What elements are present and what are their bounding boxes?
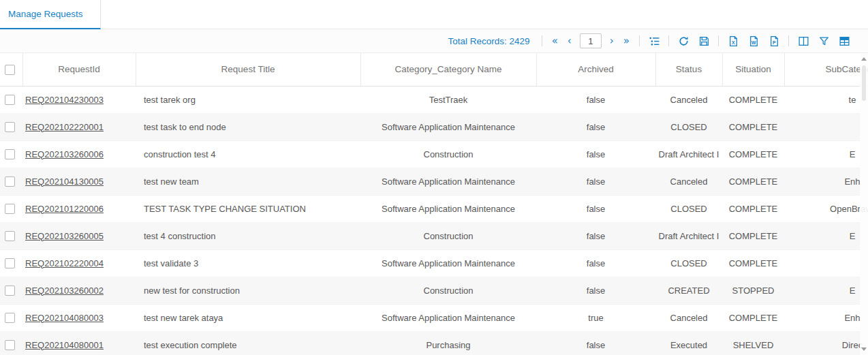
- table-row: REQ202103260006 construction test 4 Cons…: [0, 140, 868, 168]
- request-title-cell: new test for construction: [136, 277, 360, 304]
- row-checkbox[interactable]: [5, 340, 15, 350]
- request-title-cell: test task to end node: [136, 113, 360, 140]
- grid-view-icon[interactable]: [838, 35, 850, 47]
- row-checkbox[interactable]: [5, 258, 15, 268]
- request-title-cell: test validate 3: [136, 249, 360, 277]
- svg-text:X: X: [731, 40, 734, 44]
- request-id-link[interactable]: REQ202104230003: [25, 95, 104, 105]
- table-row: REQ202104080003 test new tarek ataya Sof…: [0, 304, 868, 331]
- row-checkbox[interactable]: [5, 231, 15, 241]
- status-cell: CLOSED: [655, 113, 722, 140]
- archived-cell: false: [536, 222, 655, 249]
- request-id-link[interactable]: REQ202104080001: [25, 340, 104, 350]
- request-id-link[interactable]: REQ202103260006: [25, 149, 104, 159]
- situation-cell: COMPLETE: [722, 249, 784, 277]
- prev-page-button[interactable]: ‹: [566, 36, 573, 46]
- table-row: REQ202102220001 test task to end node So…: [0, 113, 868, 140]
- request-title-cell: construction test 4: [136, 140, 360, 168]
- row-select-cell: [0, 331, 22, 355]
- subcategory-cell: E: [784, 222, 868, 249]
- archived-cell: false: [536, 331, 655, 355]
- archived-cell: false: [536, 249, 655, 277]
- toolbar-divider: [668, 35, 669, 46]
- refresh-icon[interactable]: [677, 35, 689, 47]
- column-header-subcategory[interactable]: SubCategory: [784, 53, 868, 86]
- request-id-link[interactable]: REQ202101220006: [25, 204, 104, 214]
- scroll-up-icon[interactable]: [861, 57, 867, 61]
- excel-export-icon[interactable]: X: [727, 35, 739, 47]
- row-checkbox[interactable]: [5, 285, 15, 296]
- header-row: RequestIdRequest TitleCategory_Category …: [0, 53, 868, 86]
- situation-cell: COMPLETE: [722, 86, 784, 113]
- column-header-status[interactable]: Status: [655, 53, 722, 86]
- request-id-link[interactable]: REQ202104080003: [25, 313, 104, 323]
- request-id-cell: REQ202103260005: [22, 222, 136, 249]
- row-checkbox[interactable]: [5, 149, 15, 159]
- tab-label: Manage Requests: [8, 9, 83, 19]
- row-checkbox[interactable]: [5, 122, 15, 132]
- category-cell: Software Application Maintenance: [360, 195, 536, 222]
- row-checkbox[interactable]: [5, 176, 15, 187]
- next-page-button[interactable]: ›: [608, 36, 615, 46]
- vertical-scrollbar[interactable]: [860, 53, 868, 355]
- filter-icon[interactable]: [818, 35, 830, 47]
- status-cell: Canceled: [655, 304, 722, 331]
- table-row: REQ202103260002 new test for constructio…: [0, 277, 868, 304]
- subcategory-cell: Direc: [784, 331, 868, 355]
- category-cell: TestTraek: [360, 86, 536, 113]
- archived-cell: false: [536, 277, 655, 304]
- category-cell: Software Application Maintenance: [360, 168, 536, 195]
- outline-icon[interactable]: [648, 35, 660, 47]
- column-header-archived[interactable]: Archived: [536, 53, 655, 86]
- pdf-export-icon[interactable]: P: [768, 35, 780, 47]
- row-select-cell: [0, 140, 22, 168]
- row-checkbox[interactable]: [5, 95, 15, 105]
- category-cell: Construction: [360, 140, 536, 168]
- toolbar-divider: [542, 35, 542, 46]
- save-icon[interactable]: [698, 35, 710, 47]
- request-id-cell: REQ202104230003: [22, 86, 136, 113]
- svg-text:W: W: [751, 40, 756, 44]
- archived-cell: false: [536, 195, 655, 222]
- archived-cell: false: [536, 140, 655, 168]
- word-export-icon[interactable]: W: [747, 35, 760, 47]
- total-records-label: Total Records: 2429: [448, 36, 530, 46]
- last-page-button[interactable]: »: [622, 36, 631, 46]
- row-select-cell: [0, 249, 22, 277]
- category-cell: Construction: [360, 277, 536, 304]
- request-title-cell: TEST TASK TYPE CHANGE SITUATION: [136, 195, 360, 222]
- select-all-checkbox[interactable]: [5, 65, 15, 75]
- column-header-title[interactable]: Request Title: [136, 53, 360, 86]
- scrollbar-thumb[interactable]: [862, 65, 866, 101]
- status-cell: CLOSED: [655, 195, 722, 222]
- row-select-cell: [0, 195, 22, 222]
- tab-manage-requests[interactable]: Manage Requests: [0, 0, 101, 29]
- status-cell: Draft Architect I: [655, 140, 722, 168]
- column-header-situation[interactable]: Situation: [722, 53, 784, 86]
- status-cell: Canceled: [655, 168, 722, 195]
- request-id-link[interactable]: REQ202103260005: [25, 231, 104, 241]
- row-checkbox[interactable]: [5, 204, 15, 214]
- table-row: REQ202102220004 test validate 3 Software…: [0, 249, 868, 277]
- situation-cell: COMPLETE: [722, 140, 784, 168]
- scroll-down-icon[interactable]: [861, 348, 867, 351]
- column-header-request_id[interactable]: RequestId: [22, 53, 136, 86]
- request-id-link[interactable]: REQ202103260002: [25, 285, 104, 296]
- page-number-input[interactable]: [580, 33, 602, 48]
- row-select-cell: [0, 113, 22, 140]
- request-id-link[interactable]: REQ202102220004: [25, 258, 104, 268]
- column-chooser-icon[interactable]: [797, 35, 809, 47]
- toolbar-divider: [639, 35, 640, 46]
- category-cell: Software Application Maintenance: [360, 249, 536, 277]
- category-cell: Purchasing: [360, 331, 536, 355]
- grid-toolbar: Total Records: 2429 « ‹ › »: [0, 29, 868, 53]
- first-page-button[interactable]: «: [551, 36, 559, 46]
- table-row: REQ202104130005 test new team Software A…: [0, 168, 868, 195]
- column-header-category[interactable]: Category_Category Name: [360, 53, 536, 86]
- row-checkbox[interactable]: [5, 313, 15, 323]
- request-id-link[interactable]: REQ202102220001: [25, 122, 104, 132]
- category-cell: Software Application Maintenance: [360, 304, 536, 331]
- row-select-cell: [0, 277, 22, 304]
- request-id-link[interactable]: REQ202104130005: [25, 176, 104, 187]
- subcategory-cell: E: [784, 277, 868, 304]
